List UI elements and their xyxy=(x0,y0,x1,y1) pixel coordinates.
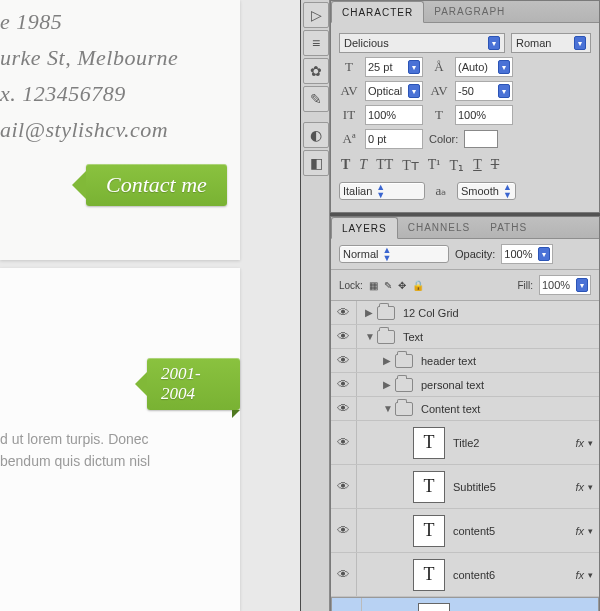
tab-paragraph[interactable]: PARAGRAPH xyxy=(424,1,515,23)
hscale-icon: IT xyxy=(339,107,359,123)
year-tag[interactable]: 2001-2004 xyxy=(147,358,240,410)
layer-row-group[interactable]: 👁▼Content text xyxy=(331,397,599,421)
layer-name[interactable]: content5 xyxy=(453,525,575,537)
fx-icon[interactable]: fx xyxy=(575,481,584,493)
folder-icon xyxy=(395,402,413,416)
folder-icon xyxy=(395,354,413,368)
font-family-select[interactable]: Delicious▾ xyxy=(339,33,505,53)
layer-row-group[interactable]: 👁▶personal text xyxy=(331,373,599,397)
layer-row-text[interactable]: 👁▶TSubtitle5fx▾ xyxy=(331,465,599,509)
underline-button[interactable]: T xyxy=(473,157,482,174)
tab-channels[interactable]: CHANNELS xyxy=(398,217,480,239)
contact-me-button[interactable]: Contact me xyxy=(86,164,227,206)
language-select[interactable]: Italian▲▼ xyxy=(339,182,425,200)
layer-name[interactable]: header text xyxy=(421,355,599,367)
tab-paths[interactable]: PATHS xyxy=(480,217,537,239)
fx-icon[interactable]: fx xyxy=(575,569,584,581)
layer-list[interactable]: 👁▶12 Col Grid👁▼Text👁▶header text👁▶person… xyxy=(331,301,599,611)
leading-input[interactable]: (Auto)▾ xyxy=(455,57,513,77)
layer-name[interactable]: personal text xyxy=(421,379,599,391)
folder-icon xyxy=(377,330,395,344)
faux-bold-button[interactable]: T xyxy=(341,157,350,174)
smallcaps-button[interactable]: Tᴛ xyxy=(402,157,419,174)
layer-name[interactable]: Content text xyxy=(421,403,599,415)
chevron-down-icon[interactable]: ▾ xyxy=(588,438,593,448)
visibility-toggle[interactable]: 👁 xyxy=(331,325,357,348)
font-size-input[interactable]: 25 pt▾ xyxy=(365,57,423,77)
disclosure-triangle[interactable]: ▼ xyxy=(381,403,395,414)
subscript-button[interactable]: T₁ xyxy=(450,157,465,174)
visibility-toggle[interactable]: 👁 xyxy=(331,301,357,324)
strikethrough-button[interactable]: T xyxy=(491,157,500,174)
tool-icon[interactable]: ◧ xyxy=(303,150,329,176)
cv-line: x. 123456789 xyxy=(0,76,240,112)
lock-pixels-icon[interactable]: ✎ xyxy=(384,280,392,291)
text-color-swatch[interactable] xyxy=(464,130,498,148)
disclosure-triangle[interactable]: ▶ xyxy=(381,355,395,366)
cv-line: urke St, Melbourne xyxy=(0,40,240,76)
opacity-input[interactable]: 100%▾ xyxy=(501,244,553,264)
folder-icon xyxy=(377,306,395,320)
vscale-input[interactable]: 100% xyxy=(455,105,513,125)
chevron-down-icon[interactable]: ▾ xyxy=(588,526,593,536)
faux-italic-button[interactable]: T xyxy=(359,157,367,174)
visibility-toggle[interactable]: 👁 xyxy=(331,509,357,552)
antialias-select[interactable]: Smooth▲▼ xyxy=(457,182,516,200)
layer-name[interactable]: Title2 xyxy=(453,437,575,449)
layer-row-text[interactable]: 👁▶Tcontent6fx▾ xyxy=(331,553,599,597)
tool-icon[interactable]: ✎ xyxy=(303,86,329,112)
baseline-icon: Aª xyxy=(339,131,359,147)
layer-name[interactable]: 12 Col Grid xyxy=(403,307,599,319)
fill-label: Fill: xyxy=(517,280,533,291)
fill-input[interactable]: 100%▾ xyxy=(539,275,591,295)
tool-icon[interactable]: ◐ xyxy=(303,122,329,148)
tracking-icon: AV xyxy=(429,83,449,99)
chevron-down-icon[interactable]: ▾ xyxy=(588,482,593,492)
visibility-toggle[interactable]: 👁 xyxy=(331,397,357,420)
text-layer-icon: T xyxy=(413,427,445,459)
visibility-toggle[interactable]: 👁 xyxy=(336,598,362,611)
layer-row-text[interactable]: 👁▶Tcontent5fx▾ xyxy=(331,509,599,553)
tool-icon[interactable]: ✿ xyxy=(303,58,329,84)
tracking-input[interactable]: -50▾ xyxy=(455,81,513,101)
tab-character[interactable]: CHARACTER xyxy=(331,1,424,23)
baseline-input[interactable]: 0 pt xyxy=(365,129,423,149)
disclosure-triangle[interactable]: ▶ xyxy=(381,379,395,390)
tool-icon[interactable]: ▷ xyxy=(303,2,329,28)
layer-row-text[interactable]: 👁▶TYearfx▾ xyxy=(331,597,599,611)
visibility-toggle[interactable]: 👁 xyxy=(331,421,357,464)
layer-row-group[interactable]: 👁▶header text xyxy=(331,349,599,373)
allcaps-button[interactable]: TT xyxy=(376,157,393,174)
body-line: d ut lorem turpis. Donec xyxy=(0,428,240,450)
disclosure-triangle[interactable]: ▶ xyxy=(363,307,377,318)
lock-transparency-icon[interactable]: ▦ xyxy=(369,280,378,291)
layer-name[interactable]: Subtitle5 xyxy=(453,481,575,493)
tab-layers[interactable]: LAYERS xyxy=(331,217,398,239)
leading-icon: Å xyxy=(429,59,449,75)
lock-all-icon[interactable]: 🔒 xyxy=(412,280,424,291)
layer-name[interactable]: Text xyxy=(403,331,599,343)
superscript-button[interactable]: T¹ xyxy=(428,157,441,174)
visibility-toggle[interactable]: 👁 xyxy=(331,349,357,372)
visibility-toggle[interactable]: 👁 xyxy=(331,553,357,596)
layer-row-text[interactable]: 👁▶TTitle2fx▾ xyxy=(331,421,599,465)
visibility-toggle[interactable]: 👁 xyxy=(331,373,357,396)
chevron-down-icon[interactable]: ▾ xyxy=(588,570,593,580)
layer-name[interactable]: content6 xyxy=(453,569,575,581)
size-icon: T xyxy=(339,59,359,75)
kerning-select[interactable]: Optical▾ xyxy=(365,81,423,101)
visibility-toggle[interactable]: 👁 xyxy=(331,465,357,508)
text-layer-icon: T xyxy=(413,471,445,503)
fx-icon[interactable]: fx xyxy=(575,525,584,537)
disclosure-triangle[interactable]: ▼ xyxy=(363,331,377,342)
fx-icon[interactable]: fx xyxy=(575,437,584,449)
lock-position-icon[interactable]: ✥ xyxy=(398,280,406,291)
hscale-input[interactable]: 100% xyxy=(365,105,423,125)
font-style-select[interactable]: Roman▾ xyxy=(511,33,591,53)
type-style-row: T T TT Tᴛ T¹ T₁ T T xyxy=(339,153,591,176)
layer-row-group[interactable]: 👁▼Text xyxy=(331,325,599,349)
blend-mode-select[interactable]: Normal▲▼ xyxy=(339,245,449,263)
layer-row-group[interactable]: 👁▶12 Col Grid xyxy=(331,301,599,325)
canvas-area: e 1985 urke St, Melbourne x. 123456789 a… xyxy=(0,0,300,611)
tool-icon[interactable]: ≡ xyxy=(303,30,329,56)
